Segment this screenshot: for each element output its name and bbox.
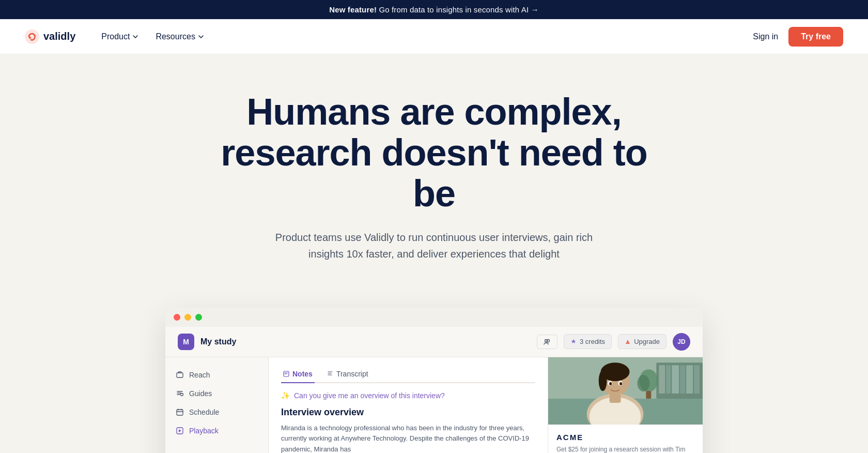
tab-transcript[interactable]: Transcript bbox=[325, 366, 370, 383]
svg-rect-15 bbox=[672, 365, 679, 394]
nav-resources[interactable]: Resources bbox=[148, 28, 211, 46]
svg-point-20 bbox=[637, 375, 649, 391]
navbar: validly Product Resources Sign in Try fr… bbox=[0, 19, 868, 54]
avatar: JD bbox=[673, 333, 690, 351]
video-thumbnail bbox=[548, 357, 703, 425]
banner-text: Go from data to insights in seconds with… bbox=[379, 5, 538, 14]
window-titlebar bbox=[165, 308, 703, 327]
product-chevron-icon bbox=[132, 33, 139, 40]
nav-links: Product Resources bbox=[94, 28, 753, 46]
hero-title: Humans are complex, research doesn't nee… bbox=[202, 92, 667, 215]
traffic-light-green[interactable] bbox=[195, 314, 202, 321]
banner-prefix: New feature! bbox=[329, 5, 377, 14]
app-right-panel: ACME Get $25 for joining a research sess… bbox=[548, 357, 703, 453]
panel-card-desc: Get $25 for joining a research session w… bbox=[556, 445, 694, 453]
svg-rect-6 bbox=[177, 410, 183, 415]
try-free-button[interactable]: Try free bbox=[788, 27, 843, 47]
svg-rect-17 bbox=[686, 365, 693, 394]
ai-prompt-text: Can you give me an overview of this inte… bbox=[294, 391, 445, 400]
traffic-light-yellow[interactable] bbox=[184, 314, 191, 321]
app-main: Notes Transcript ✨ Can you give me an ov… bbox=[269, 357, 703, 453]
svg-rect-21 bbox=[646, 391, 651, 399]
logo-icon bbox=[25, 29, 39, 44]
notes-tab-icon bbox=[283, 371, 289, 377]
hero-subtitle: Product teams use Validly to run continu… bbox=[269, 229, 599, 262]
study-logo: M bbox=[178, 334, 194, 350]
app-sidebar: Reach Guides Schedule bbox=[165, 357, 269, 453]
tab-notes[interactable]: Notes bbox=[281, 366, 315, 383]
svg-rect-18 bbox=[694, 365, 700, 394]
sidebar-item-schedule[interactable]: Schedule bbox=[165, 403, 268, 421]
invite-button[interactable] bbox=[537, 335, 557, 349]
transcript-tab-icon bbox=[327, 371, 333, 377]
credits-icon bbox=[570, 339, 577, 345]
sidebar-item-playback[interactable]: Playback bbox=[165, 421, 268, 440]
invite-icon bbox=[544, 338, 551, 345]
svg-rect-13 bbox=[659, 365, 665, 394]
panel-card: ACME Get $25 for joining a research sess… bbox=[548, 425, 703, 453]
schedule-icon bbox=[176, 408, 184, 416]
nav-actions: Sign in Try free bbox=[753, 27, 843, 47]
playback-icon bbox=[176, 427, 184, 435]
panel-video bbox=[548, 357, 703, 425]
top-banner[interactable]: New feature! Go from data to insights in… bbox=[0, 0, 868, 19]
app-window: M My study 3 credits bbox=[165, 308, 703, 453]
upgrade-icon bbox=[625, 339, 631, 345]
content-heading: Interview overview bbox=[281, 407, 535, 418]
svg-point-1 bbox=[29, 37, 31, 39]
ai-prompt-section: ✨ Can you give me an overview of this in… bbox=[281, 391, 535, 400]
traffic-light-red[interactable] bbox=[174, 314, 180, 321]
sidebar-item-guides[interactable]: Guides bbox=[165, 384, 268, 403]
app-body: Reach Guides Schedule bbox=[165, 357, 703, 453]
svg-point-0 bbox=[25, 29, 39, 44]
hero-section: Humans are complex, research doesn't nee… bbox=[0, 54, 868, 287]
svg-point-5 bbox=[181, 393, 183, 396]
resources-chevron-icon bbox=[197, 33, 205, 40]
svg-rect-16 bbox=[680, 365, 685, 394]
content-tabs: Notes Transcript bbox=[281, 366, 535, 383]
svg-point-24 bbox=[599, 370, 607, 391]
nav-logo[interactable]: validly bbox=[25, 29, 75, 44]
reach-icon bbox=[176, 371, 184, 379]
credits-button[interactable]: 3 credits bbox=[564, 334, 612, 349]
study-title: My study bbox=[200, 337, 531, 346]
app-header: M My study 3 credits bbox=[165, 327, 703, 357]
panel-company-name: ACME bbox=[556, 433, 694, 442]
svg-point-31 bbox=[619, 382, 622, 385]
sidebar-item-reach[interactable]: Reach bbox=[165, 366, 268, 384]
content-body: Miranda is a technology professional who… bbox=[281, 423, 535, 453]
svg-rect-14 bbox=[666, 365, 671, 394]
guides-icon bbox=[176, 389, 184, 398]
nav-product[interactable]: Product bbox=[94, 28, 146, 46]
logo-text: validly bbox=[43, 31, 75, 42]
app-window-wrapper: M My study 3 credits bbox=[0, 308, 868, 453]
svg-rect-27 bbox=[610, 394, 621, 403]
header-actions: 3 credits Upgrade JD bbox=[537, 333, 690, 351]
svg-point-30 bbox=[609, 382, 612, 385]
sign-in-button[interactable]: Sign in bbox=[753, 32, 778, 41]
ai-sparkle-icon: ✨ bbox=[281, 391, 290, 400]
app-content: Notes Transcript ✨ Can you give me an ov… bbox=[269, 357, 548, 453]
upgrade-button[interactable]: Upgrade bbox=[618, 334, 667, 349]
svg-rect-4 bbox=[177, 373, 183, 377]
